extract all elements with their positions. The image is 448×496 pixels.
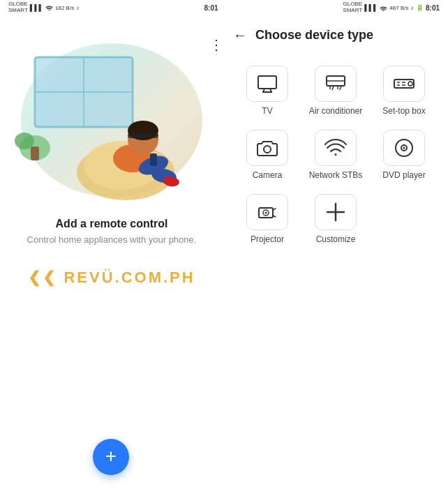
svg-point-5 (15, 133, 34, 149)
device-item-network-stbs[interactable]: Network STBs (304, 130, 367, 180)
top-bar: ← Choose device type (230, 15, 441, 54)
customize-icon (324, 201, 347, 223)
network-stbs-icon-box (315, 130, 357, 166)
music-left: ♪ (76, 4, 80, 11)
speed-left: 182 B/s (55, 5, 74, 11)
right-panel: ⋮ ← Choose device type TV (223, 15, 448, 496)
status-left: GLOBESMART ▌▌▌ 182 B/s ♪ (8, 1, 80, 14)
top-bar-left: ← Choose device type (230, 24, 373, 46)
customize-label: Customize (316, 234, 356, 244)
device-item-set-top-box[interactable]: Set-top box (373, 66, 435, 116)
svg-rect-15 (150, 153, 157, 166)
status-center-time: 8:01 (204, 4, 218, 12)
scene-illustration (14, 36, 209, 204)
tv-icon (256, 73, 278, 95)
device-item-customize[interactable]: Customize (304, 194, 367, 244)
status-bar: GLOBESMART ▌▌▌ 182 B/s ♪ 8:01 GLOBESMART… (0, 0, 448, 15)
watermark: ❮❮ REVÜ.COM.PH (28, 269, 195, 287)
speed-right: 487 B/s (389, 5, 408, 11)
customize-icon-box (315, 194, 357, 230)
left-panel: Add a remote control Control home applia… (0, 15, 223, 496)
page-title: Choose device type (255, 28, 373, 43)
device-item-air-conditioner[interactable]: Air conditioner (304, 66, 367, 116)
ac-label: Air conditioner (309, 106, 363, 116)
device-item-dvd-player[interactable]: DVD player (373, 130, 435, 180)
tv-label: TV (262, 106, 272, 116)
svg-rect-17 (258, 76, 276, 89)
time-right: 8:01 (426, 4, 440, 12)
signal-right: ▌▌▌ (364, 4, 378, 11)
device-grid: TV Air conditioner (230, 54, 441, 255)
device-item-projector[interactable]: Projector (236, 194, 299, 244)
signal-left: ▌▌▌ (30, 4, 43, 11)
camera-icon-box (246, 130, 288, 166)
back-button[interactable]: ← (230, 24, 250, 46)
carrier-left: GLOBESMART (8, 1, 28, 14)
wifi-right-icon (380, 5, 387, 11)
stb-icon-box (383, 66, 425, 102)
tv-icon-box (246, 66, 288, 102)
svg-point-33 (264, 146, 271, 153)
svg-point-39 (265, 212, 267, 214)
svg-rect-14 (128, 133, 158, 138)
wifi-left (45, 4, 53, 12)
fab-add-button[interactable]: + (93, 439, 129, 475)
ac-icon-box (315, 66, 357, 102)
network-stbs-icon (324, 137, 347, 159)
device-item-camera[interactable]: Camera (236, 130, 299, 180)
fab-plus-icon: + (105, 446, 117, 466)
device-item-tv[interactable]: TV (236, 66, 299, 116)
projector-icon-box (246, 194, 288, 230)
carrier-right: GLOBESMART (343, 1, 362, 14)
stb-label: Set-top box (382, 106, 425, 116)
dvd-player-icon (393, 137, 415, 159)
dvd-icon-box (383, 130, 425, 166)
projector-icon (256, 201, 278, 223)
projector-label: Projector (251, 234, 284, 244)
status-right: GLOBESMART ▌▌▌ 487 B/s ♪ 🔋 8:01 (343, 1, 440, 14)
set-top-box-icon (393, 73, 415, 95)
main-container: Add a remote control Control home applia… (0, 15, 448, 496)
camera-label: Camera (253, 170, 283, 180)
svg-rect-6 (31, 146, 39, 160)
ac-icon (324, 73, 347, 95)
network-stbs-label: Network STBs (309, 170, 363, 180)
illustration (14, 36, 209, 204)
more-options-button[interactable]: ⋮ (209, 36, 223, 53)
add-remote-subtitle: Control home appliances with your phone. (27, 234, 197, 245)
music-right: ♪ (410, 4, 414, 11)
dvd-label: DVD player (382, 170, 425, 180)
camera-icon (256, 137, 278, 159)
svg-point-32 (408, 82, 412, 86)
svg-rect-27 (394, 80, 414, 88)
battery-right: 🔋 (416, 4, 424, 11)
add-remote-title: Add a remote control (56, 218, 168, 230)
svg-point-36 (403, 147, 405, 149)
